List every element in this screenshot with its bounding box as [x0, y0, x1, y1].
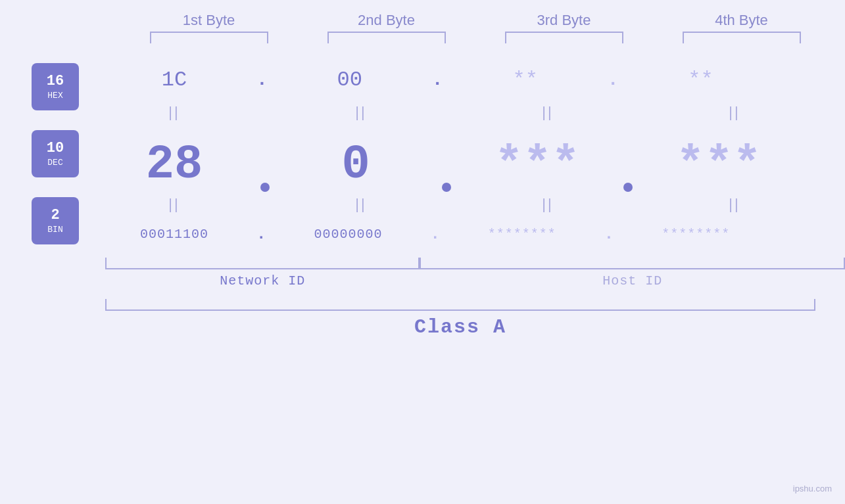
dec-row: 28 0 *** ***: [85, 122, 845, 195]
eq2-cell2: ||: [272, 196, 450, 213]
eq1-sign2: ||: [355, 104, 366, 121]
eq2-sign3: ||: [542, 196, 553, 213]
bin-byte3-value: ********: [488, 227, 556, 242]
eq1-cell2: ||: [272, 104, 450, 121]
network-id-label: Network ID: [105, 273, 420, 288]
eq1-sign4: ||: [729, 104, 740, 121]
eq2-sign2: ||: [355, 196, 366, 213]
dec-badge-number: 10: [47, 140, 64, 157]
bracket-byte4: [653, 32, 831, 43]
bin-byte1-value: 00011100: [140, 227, 208, 242]
bottom-brackets-row: [0, 258, 845, 269]
hex-byte3-value: **: [512, 68, 537, 92]
hex-byte4-cell: **: [612, 68, 789, 92]
top-brackets: [0, 32, 845, 43]
hex-byte4-value: **: [688, 68, 713, 92]
eq2-cell1: ||: [85, 196, 263, 213]
host-id-label: Host ID: [420, 273, 845, 288]
equals-row-2: || || || ||: [85, 195, 845, 214]
bracket-byte3: [475, 32, 653, 43]
dec-badge: 10 DEC: [32, 130, 79, 177]
bin-byte2-cell: 00000000: [259, 227, 437, 242]
dec-byte2-cell: 0: [267, 138, 445, 192]
values-area: 1C . 00 . ** . ** ||: [85, 50, 845, 254]
bracket-line-byte4: [683, 32, 801, 43]
hex-badge: 16 HEX: [32, 63, 79, 110]
watermark: ipshu.com: [793, 484, 832, 493]
byte-headers-row: 1st Byte 2nd Byte 3rd Byte 4th Byte: [0, 12, 845, 29]
bin-badge: 2 BIN: [32, 197, 79, 244]
bin-badge-label: BIN: [47, 225, 62, 235]
dec-byte4-value: ***: [676, 138, 761, 192]
dec-byte3-cell: ***: [448, 138, 626, 192]
bin-byte2-value: 00000000: [314, 227, 382, 242]
hex-byte1-value: 1C: [162, 68, 187, 92]
id-labels-row: Network ID Host ID: [0, 273, 845, 288]
bin-byte4-value: ********: [662, 227, 730, 242]
dec-badge-label: DEC: [47, 158, 62, 168]
byte2-header: 2nd Byte: [298, 12, 475, 29]
dec-byte3-value: ***: [495, 138, 580, 192]
hex-badge-number: 16: [47, 73, 64, 90]
bin-byte1-cell: 00011100: [85, 227, 263, 242]
hex-byte3-cell: **: [437, 68, 614, 92]
main-container: 1st Byte 2nd Byte 3rd Byte 4th Byte 16 H…: [0, 0, 845, 504]
hex-byte1-cell: 1C: [85, 68, 263, 92]
eq1-cell1: ||: [85, 104, 263, 121]
badges-column: 16 HEX 10 DEC 2 BIN: [32, 50, 79, 244]
eq2-cell3: ||: [459, 196, 637, 213]
bracket-line-byte3: [505, 32, 623, 43]
bin-row: 00011100 . 00000000 . ******** . *******…: [85, 214, 845, 254]
byte4-header: 4th Byte: [653, 12, 831, 29]
network-id-bracket: [105, 258, 420, 269]
byte3-header: 3rd Byte: [475, 12, 653, 29]
hex-row: 1C . 00 . ** . **: [85, 57, 845, 103]
main-grid: 16 HEX 10 DEC 2 BIN 1C . 00: [0, 50, 845, 254]
hex-byte2-value: 00: [337, 68, 362, 92]
eq2-sign1: ||: [168, 196, 180, 213]
class-bracket-row: [0, 299, 845, 311]
eq2-sign4: ||: [729, 196, 740, 213]
eq1-sign3: ||: [542, 104, 553, 121]
host-id-bracket: [420, 258, 845, 269]
hex-byte2-cell: 00: [261, 68, 439, 92]
bin-byte3-cell: ********: [433, 227, 611, 242]
dec-byte1-value: 28: [146, 138, 203, 192]
hex-badge-label: HEX: [47, 91, 62, 101]
bracket-byte1: [120, 32, 298, 43]
class-a-label: Class A: [105, 316, 815, 338]
dec-byte2-value: 0: [341, 138, 370, 192]
bin-badge-number: 2: [51, 207, 59, 224]
eq1-cell4: ||: [646, 104, 823, 121]
bracket-line-byte1: [150, 32, 268, 43]
equals-row-1: || || || ||: [85, 103, 845, 122]
bin-byte4-cell: ********: [607, 227, 785, 242]
eq2-cell4: ||: [646, 196, 823, 213]
class-a-bracket: [105, 299, 815, 311]
dec-byte4-cell: ***: [630, 138, 808, 192]
bracket-line-byte2: [327, 32, 446, 43]
byte1-header: 1st Byte: [120, 12, 298, 29]
bracket-byte2: [298, 32, 475, 43]
dec-byte1-cell: 28: [85, 138, 263, 192]
class-label-row: Class A: [0, 316, 845, 338]
eq1-sign1: ||: [168, 104, 180, 121]
eq1-cell3: ||: [459, 104, 637, 121]
